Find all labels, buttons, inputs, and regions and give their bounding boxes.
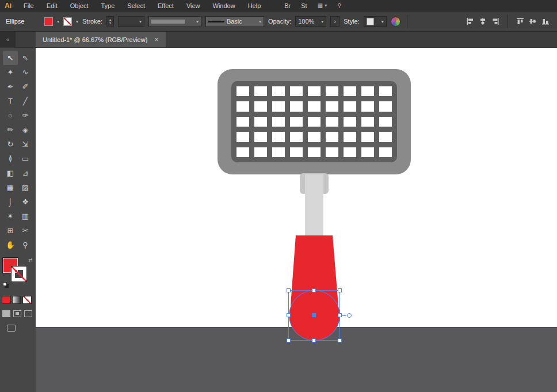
selection-handle-e[interactable] bbox=[338, 313, 342, 317]
default-fill-stroke-icon[interactable] bbox=[3, 282, 7, 286]
selection-center-point[interactable] bbox=[312, 313, 316, 317]
shape-builder-tool[interactable]: ◧ bbox=[3, 166, 18, 180]
perspective-grid-tool[interactable]: ⊿ bbox=[18, 166, 33, 180]
menu-window[interactable]: Window bbox=[207, 2, 242, 9]
stroke-caret-icon[interactable]: ▾ bbox=[76, 19, 78, 24]
curvature-tool[interactable]: ✐ bbox=[18, 79, 33, 94]
none-button[interactable] bbox=[22, 296, 32, 304]
grid-cell bbox=[379, 132, 392, 142]
align-vertical-center-button[interactable] bbox=[527, 16, 539, 27]
align-horizontal-center-button[interactable] bbox=[477, 16, 489, 27]
lasso-tool[interactable]: ∿ bbox=[18, 65, 33, 79]
selection-tool[interactable]: ↖ bbox=[3, 51, 18, 65]
blend-tool[interactable]: ❖ bbox=[18, 195, 33, 209]
menu-select[interactable]: Select bbox=[121, 2, 151, 9]
stroke-color-swatch[interactable] bbox=[63, 17, 72, 26]
selection-handle-s[interactable] bbox=[312, 338, 316, 342]
divider bbox=[407, 14, 407, 28]
canvas[interactable] bbox=[36, 48, 557, 392]
magic-wand-tool[interactable]: ✦ bbox=[3, 65, 18, 79]
draw-behind-icon[interactable] bbox=[13, 310, 21, 317]
menu-file[interactable]: File bbox=[17, 2, 40, 9]
menu-edit[interactable]: Edit bbox=[40, 2, 64, 9]
rotate-widget-icon[interactable] bbox=[347, 313, 352, 318]
selection-handle-ne[interactable] bbox=[338, 288, 342, 292]
width-profile-dropdown[interactable]: ▾ bbox=[148, 16, 201, 27]
artboard-tool[interactable]: ⊞ bbox=[3, 223, 18, 238]
masher-grid-shape[interactable] bbox=[231, 81, 397, 162]
scale-tool[interactable]: ⇲ bbox=[18, 137, 33, 151]
menu-type[interactable]: Type bbox=[95, 2, 121, 9]
opacity-dropdown[interactable]: 100% ▾ bbox=[295, 16, 326, 27]
bridge-button[interactable]: Br bbox=[284, 2, 291, 9]
selection-handle-sw[interactable] bbox=[287, 338, 291, 342]
selection-handle-n[interactable] bbox=[312, 288, 316, 292]
grid-cell bbox=[326, 147, 338, 157]
eyedropper-tool[interactable]: ⌡ bbox=[3, 195, 18, 209]
ellipse-tool[interactable]: ○ bbox=[3, 108, 18, 123]
paintbrush-tool[interactable]: ✑ bbox=[18, 108, 33, 123]
grid-cell bbox=[254, 132, 267, 142]
close-tab-icon[interactable]: × bbox=[154, 35, 159, 44]
panel-expand-button[interactable]: › bbox=[330, 16, 339, 27]
draw-normal-icon[interactable] bbox=[2, 310, 10, 317]
menu-effect[interactable]: Effect bbox=[151, 2, 180, 9]
document-tab[interactable]: Untitled-1* @ 66.67% (RGB/Preview) × bbox=[36, 32, 166, 47]
type-tool[interactable]: T bbox=[3, 94, 18, 108]
workspace-switcher-button[interactable]: ▦ ▾ bbox=[318, 2, 327, 9]
draw-inside-icon[interactable] bbox=[24, 310, 32, 317]
collapse-panel-icon[interactable]: « bbox=[0, 32, 16, 47]
line-segment-tool[interactable]: ╱ bbox=[18, 94, 33, 108]
swap-fill-stroke-icon[interactable]: ⇄ bbox=[28, 257, 33, 263]
stroke-weight-stepper[interactable]: ▴ ▾ bbox=[106, 16, 114, 26]
chevron-down-icon: ▾ bbox=[259, 19, 261, 24]
selection-handle-se[interactable] bbox=[338, 338, 342, 342]
masher-head-shape[interactable] bbox=[218, 69, 411, 174]
stock-button[interactable]: St bbox=[301, 2, 307, 9]
screen-mode-icon[interactable] bbox=[7, 325, 16, 332]
align-horizontal-left-button[interactable] bbox=[464, 16, 476, 27]
color-button[interactable] bbox=[2, 296, 11, 304]
slice-tool[interactable]: ✂ bbox=[18, 223, 33, 238]
zoom-tool[interactable]: ⚲ bbox=[18, 238, 33, 252]
rotate-tool[interactable]: ↻ bbox=[3, 137, 18, 151]
mesh-tool[interactable]: ▦ bbox=[3, 180, 18, 195]
grid-cell bbox=[272, 117, 285, 127]
hand-tool[interactable]: ✋ bbox=[3, 238, 18, 252]
selection-handle-w[interactable] bbox=[287, 313, 291, 317]
stroke-proxy-swatch[interactable] bbox=[12, 267, 26, 281]
align-vertical-bottom-button[interactable] bbox=[540, 16, 551, 27]
menu-view[interactable]: View bbox=[180, 2, 207, 9]
menu-help[interactable]: Help bbox=[242, 2, 268, 9]
align-vertical-top-button[interactable] bbox=[514, 16, 526, 27]
brush-definition-dropdown[interactable]: Basic ▾ bbox=[205, 16, 264, 27]
gradient-button[interactable] bbox=[12, 296, 21, 304]
pencil-tool[interactable]: ✏ bbox=[3, 123, 18, 137]
grid-cell bbox=[272, 132, 285, 142]
align-horizontal-right-button[interactable] bbox=[490, 16, 501, 27]
pen-tool[interactable]: ✒ bbox=[3, 79, 18, 94]
column-graph-tool[interactable]: ▥ bbox=[18, 209, 33, 223]
free-transform-tool[interactable]: ▭ bbox=[18, 151, 33, 166]
search-icon[interactable]: ⚲ bbox=[337, 2, 341, 9]
opacity-label[interactable]: Opacity: bbox=[268, 18, 291, 25]
recolor-artwork-icon[interactable] bbox=[391, 17, 400, 26]
fill-color-swatch[interactable] bbox=[44, 17, 53, 26]
gradient-tool[interactable]: ▨ bbox=[18, 180, 33, 195]
workspace-icon: ▦ bbox=[318, 2, 323, 9]
spinner-down-icon[interactable]: ▾ bbox=[109, 21, 111, 25]
width-tool[interactable]: ≬ bbox=[3, 151, 18, 166]
graphic-style-dropdown[interactable]: ▾ bbox=[364, 16, 387, 27]
menu-object[interactable]: Object bbox=[64, 2, 95, 9]
direct-selection-tool[interactable]: ⇖ bbox=[18, 51, 33, 65]
symbol-sprayer-tool[interactable]: ✴ bbox=[3, 209, 18, 223]
grid-cell bbox=[361, 147, 374, 157]
fill-stroke-indicator: ⇄ bbox=[2, 257, 36, 288]
fill-caret-icon[interactable]: ▾ bbox=[57, 19, 59, 24]
shaper-tool[interactable]: ◈ bbox=[18, 123, 33, 137]
stroke-weight-dropdown[interactable]: ▾ bbox=[118, 16, 144, 27]
grid-cell bbox=[254, 86, 267, 96]
stroke-label[interactable]: Stroke: bbox=[82, 18, 102, 25]
handle-shaft-shape[interactable] bbox=[305, 174, 323, 238]
selection-handle-nw[interactable] bbox=[287, 288, 291, 292]
